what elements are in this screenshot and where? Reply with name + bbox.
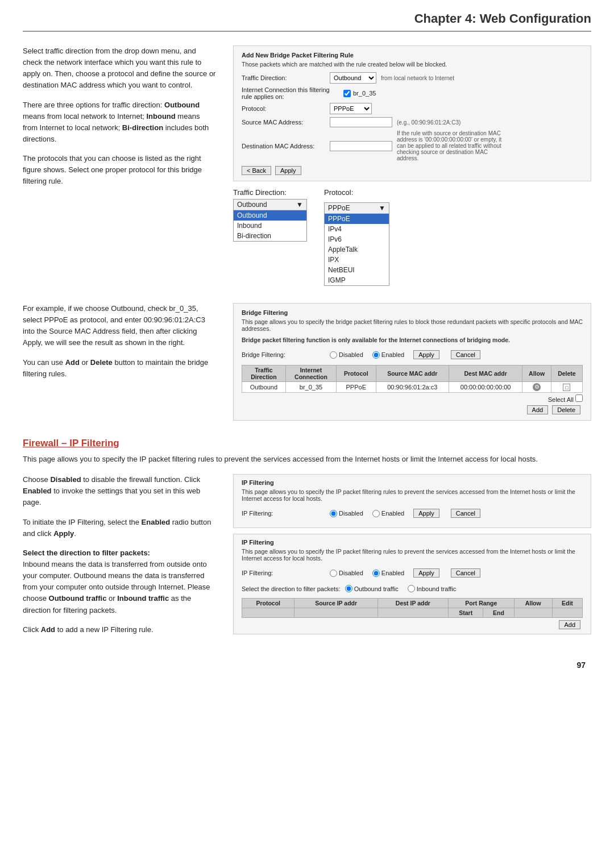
bridge-disabled-radio[interactable]	[330, 351, 337, 359]
ip-enabled-radio1[interactable]	[372, 510, 380, 517]
firewall-section-desc: This page allows you to specify the IP p…	[23, 454, 591, 465]
traffic-direction-section: Traffic Direction: Outbound ▼ Outbound I…	[233, 188, 313, 242]
left-column-ip: Choose Disabled to disable the firewall …	[23, 474, 216, 643]
traffic-direction-option-inbound[interactable]: Inbound	[234, 221, 306, 231]
ip-cancel-btn1[interactable]: Cancel	[451, 509, 480, 518]
traffic-direction-box-header: Outbound ▼	[234, 200, 306, 210]
ip-disabled-radio[interactable]	[330, 510, 337, 517]
table-row: Outbound br_0_35 PPPoE 00:90:96:01:2a:c3…	[242, 382, 583, 393]
col-allow: Allow	[522, 366, 551, 382]
ip-enabled-text1: Enabled	[381, 510, 404, 517]
protocol-option-appletalk[interactable]: AppleTalk	[325, 244, 389, 255]
traffic-direction-option-outbound[interactable]: Outbound	[234, 210, 306, 221]
bridge-filtering-title: Bridge Filtering	[242, 309, 583, 316]
cell-traffic-dir: Outbound	[242, 382, 286, 393]
protocol-select[interactable]: PPPoE IPv4 IPv6 AppleTalk IPX NetBEUI IG…	[330, 103, 372, 114]
ip-add-btn[interactable]: Add	[559, 620, 580, 629]
cell-allow[interactable]: ⚙	[522, 382, 551, 393]
left-column-bridge: Select traffic direction from the drop d…	[23, 45, 216, 293]
back-button[interactable]: < Back	[242, 166, 271, 175]
ip-col-port-start: Start	[449, 608, 483, 618]
ip-col-allow: Allow	[514, 599, 552, 608]
inbound-traffic-label: Inbound traffic	[408, 585, 457, 592]
cell-delete[interactable]: □	[551, 382, 582, 393]
traffic-direction-select[interactable]: Outbound Inbound Bi-direction	[330, 72, 376, 84]
protocol-option-pppoe[interactable]: PPPoE	[325, 214, 389, 224]
ip-cancel-btn2[interactable]: Cancel	[451, 568, 480, 578]
protocol-display-label: Protocol:	[324, 188, 389, 197]
bridge-table: TrafficDirection InternetConnection Prot…	[242, 365, 583, 393]
protocol-option-ipv6[interactable]: IPv6	[325, 234, 389, 244]
protocol-label-panel: Protocol:	[242, 105, 330, 112]
select-all-checkbox[interactable]	[575, 394, 583, 402]
br-checkbox[interactable]	[343, 90, 351, 97]
direction-radios: Outbound traffic Inbound traffic	[345, 585, 457, 592]
ip-filtering-disabled-desc: This page allows you to specify the IP p…	[242, 488, 583, 502]
outbound-radio[interactable]	[345, 585, 352, 592]
col-internet-conn: InternetConnection	[285, 366, 336, 382]
ip-enabled-radio2[interactable]	[372, 570, 380, 577]
ip-para-3: Select the direction to filter packets:I…	[23, 547, 216, 616]
ip-filtering-disabled-title: IP Filtering	[242, 479, 583, 486]
source-mac-input[interactable]	[330, 117, 392, 127]
ip-col-port-end: End	[483, 608, 514, 618]
select-all-label: Select All	[548, 396, 574, 403]
traffic-direction-display-label: Traffic Direction:	[233, 188, 313, 197]
bridge-enabled-radio[interactable]	[372, 351, 380, 359]
ip-col-protocol: Protocol	[242, 599, 294, 608]
firewall-section-title: Firewall – IP Filtering	[23, 438, 591, 449]
bridge-enabled-text: Enabled	[381, 351, 404, 358]
traffic-direction-current: Outbound	[237, 201, 267, 209]
ip-col-empty1	[242, 608, 294, 618]
bridge-filtering-desc2: Bridge packet filtering function is only…	[242, 337, 583, 343]
bridge-cancel-btn[interactable]: Cancel	[451, 350, 480, 359]
ip-col-edit: Edit	[552, 599, 582, 608]
protocol-option-netbeui[interactable]: NetBEUI	[325, 265, 389, 275]
protocol-option-ipx[interactable]: IPX	[325, 255, 389, 265]
protocol-option-igmp[interactable]: IGMP	[325, 275, 389, 285]
col-traffic-dir: TrafficDirection	[242, 366, 286, 382]
br-checkbox-area: br_0_35	[343, 90, 376, 97]
apply-button[interactable]: Apply	[275, 166, 301, 175]
ip-table: Protocol Source IP addr Dest IP addr Por…	[242, 598, 583, 618]
traffic-direction-dropdown-display: Outbound ▼ Outbound Inbound Bi-direction	[233, 199, 307, 242]
select-all-row: Select All	[242, 394, 583, 403]
add-bridge-rule-desc: Those packets which are matched with the…	[242, 61, 583, 68]
ip-disabled-radio2[interactable]	[330, 570, 337, 577]
from-text: from local network to Internet	[381, 75, 454, 81]
internet-connection-row: Internet Connection this filtering rule …	[242, 86, 583, 100]
bridge-delete-btn[interactable]: Delete	[552, 405, 580, 414]
protocol-option-ipv4[interactable]: IPv4	[325, 224, 389, 234]
ip-add-row: Add	[242, 620, 583, 629]
ip-enabled-label1: Enabled	[372, 510, 404, 517]
bridge-apply-btn[interactable]: Apply	[413, 350, 439, 359]
ip-filtering-enabled-label: IP Filtering:	[242, 570, 330, 576]
bridge-filtering-label: Bridge Filtering:	[242, 351, 330, 358]
traffic-direction-option-bidirection[interactable]: Bi-direction	[234, 231, 306, 241]
traffic-direction-row: Traffic Direction: Outbound Inbound Bi-d…	[242, 72, 583, 84]
protocol-current: PPPoE	[328, 204, 350, 212]
protocol-arrow: ▼	[379, 204, 385, 212]
protocol-box[interactable]: PPPoE ▼ PPPoE IPv4 IPv6 AppleTalk IPX Ne…	[324, 202, 389, 286]
bridge-para-5: You can use Add or Delete button to main…	[23, 357, 216, 380]
gear-icon[interactable]: ⚙	[533, 383, 541, 391]
col-protocol: Protocol	[337, 366, 376, 382]
ip-apply-btn2[interactable]: Apply	[413, 568, 439, 578]
bridge-add-btn[interactable]: Add	[527, 405, 549, 414]
ip-filtering-enabled-panel: IP Filtering This page allows you to spe…	[233, 534, 591, 634]
traffic-direction-box[interactable]: Outbound ▼ Outbound Inbound Bi-direction	[233, 199, 307, 242]
traffic-direction-arrow: ▼	[296, 201, 303, 209]
bridge-filtering-panel: Bridge Filtering This page allows you to…	[233, 303, 591, 421]
trash-icon[interactable]: □	[563, 384, 570, 391]
col-dest-mac: Dest MAC addr	[449, 366, 522, 382]
inbound-radio[interactable]	[408, 585, 415, 592]
bridge-filtering-radio-row: Bridge Filtering: Disabled Enabled Apply…	[242, 348, 583, 362]
source-mac-hint: (e.g., 00:90:96:01:2A:C3)	[397, 119, 460, 126]
traffic-direction-list: Outbound Inbound Bi-direction	[234, 210, 306, 241]
br-label: br_0_35	[353, 90, 376, 97]
select-direction-row: Select the direction to filter packets: …	[242, 583, 583, 595]
ip-col-port-range: Port Range	[449, 599, 515, 608]
dest-mac-input[interactable]	[330, 141, 392, 151]
ip-filtering-enabled-title: IP Filtering	[242, 539, 583, 546]
ip-apply-btn1[interactable]: Apply	[413, 509, 439, 518]
